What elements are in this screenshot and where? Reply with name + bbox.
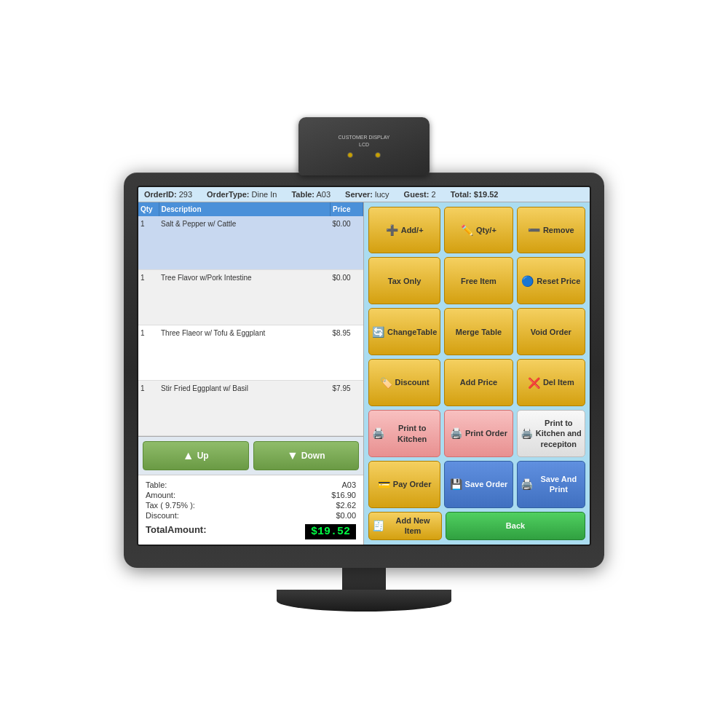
add_price-button[interactable]: Add Price <box>444 359 513 406</box>
total-header-section: Total: $19.52 <box>451 190 499 199</box>
save_and_print-button[interactable]: 🖨️Save And Print <box>517 461 585 508</box>
table-section: Table: A03 <box>291 190 331 199</box>
add_new_item-button[interactable]: 🧾Add New Item <box>368 512 442 540</box>
col-price: Price <box>331 202 363 216</box>
button-panel: ➕Add/+✏️Qty/+➖RemoveTax OnlyFree Item🔵Re… <box>364 202 590 545</box>
col-description: Description <box>159 202 331 216</box>
port-left <box>347 152 353 158</box>
server-section: Server: lucy <box>345 190 389 199</box>
order-id-section: OrderID: 293 <box>144 190 192 199</box>
monitor-bezel: OrderID: 293 OrderType: Dine In Table: A… <box>124 173 604 568</box>
void_order-button[interactable]: Void Order <box>517 308 585 355</box>
down-button[interactable]: ▼ Down <box>253 441 360 470</box>
col-qty: Qty <box>138 202 159 216</box>
monitor-stand <box>277 568 451 612</box>
reset_price-button[interactable]: 🔵Reset Price <box>517 257 585 304</box>
down-arrow-icon: ▼ <box>287 449 298 462</box>
display-ports <box>347 152 381 158</box>
summary-table-row: Table: A03 <box>146 480 356 490</box>
nav-buttons: ▲ Up ▼ Down <box>138 436 363 475</box>
print_order-icon: 🖨️ <box>450 427 462 440</box>
remove-button[interactable]: ➖Remove <box>517 207 585 254</box>
up-button[interactable]: ▲ Up <box>143 441 249 470</box>
screen-header: OrderID: 293 OrderType: Dine In Table: A… <box>138 187 590 202</box>
del_item-icon: ❌ <box>528 376 540 389</box>
discount-button[interactable]: 🏷️Discount <box>368 359 440 406</box>
up-label: Up <box>197 451 209 461</box>
save_and_print-icon: 🖨️ <box>521 478 533 491</box>
change_table-button[interactable]: 🔄ChangeTable <box>368 308 440 355</box>
customer-display-label: CUSTOMER DISPLAY <box>339 134 390 141</box>
table-row[interactable]: 1Three Flaeor w/ Tofu & Eggplant$8.95 <box>138 325 363 380</box>
qty-button[interactable]: ✏️Qty/+ <box>444 207 513 254</box>
stand-neck <box>342 568 386 590</box>
tax_only-button[interactable]: Tax Only <box>368 257 440 304</box>
merge_table-button[interactable]: Merge Table <box>444 308 513 355</box>
add-icon: ➕ <box>386 223 398 237</box>
free_item-button[interactable]: Free Item <box>444 257 513 304</box>
customer-display: CUSTOMER DISPLAY LCD <box>298 117 430 175</box>
save_order-button[interactable]: 💾Save Order <box>444 461 513 508</box>
total-amount-display: $19.52 <box>305 524 356 539</box>
del_item-button[interactable]: ❌Del Item <box>517 359 585 406</box>
summary-total-row: TotalAmount: $19.52 <box>146 523 356 540</box>
up-arrow-icon: ▲ <box>183 449 194 462</box>
add-button[interactable]: ➕Add/+ <box>368 207 440 254</box>
summary-amount-row: Amount: $16.90 <box>146 490 356 500</box>
customer-display-model: LCD <box>359 141 369 149</box>
pos-terminal: CUSTOMER DISPLAY LCD OrderID: 293 OrderT… <box>124 117 604 612</box>
table-row[interactable]: 1Stir Fried Eggplant w/ Basil$7.95 <box>138 380 363 435</box>
save_order-icon: 💾 <box>450 478 462 491</box>
order-table: Qty Description Price 1Salt & Pepper w/ … <box>138 202 363 436</box>
qty-icon: ✏️ <box>461 223 473 237</box>
bottom-row: 🧾Add New ItemBack <box>368 512 585 540</box>
screen: OrderID: 293 OrderType: Dine In Table: A… <box>137 186 591 546</box>
table-row[interactable]: 1Salt & Pepper w/ Cattle$0.00 <box>138 216 363 270</box>
remove-icon: ➖ <box>528 223 540 237</box>
down-label: Down <box>301 451 325 461</box>
print_kitchen_receipt-button[interactable]: 🖨️Print to Kitchen and recepiton <box>517 410 585 457</box>
change_table-icon: 🔄 <box>372 325 384 339</box>
screen-body: Qty Description Price 1Salt & Pepper w/ … <box>138 202 590 545</box>
print_order-button[interactable]: 🖨️Print Order <box>444 410 513 457</box>
summary-tax-row: Tax ( 9.75% ): $2.62 <box>146 500 356 510</box>
print_kitchen_receipt-icon: 🖨️ <box>521 427 533 440</box>
pay_order-icon: 💳 <box>378 478 390 491</box>
back-button[interactable]: Back <box>446 512 585 540</box>
discount-icon: 🏷️ <box>380 376 392 389</box>
summary-area: Table: A03 Amount: $16.90 Tax ( 9.75% ):… <box>138 475 363 545</box>
reset_price-icon: 🔵 <box>521 274 534 288</box>
port-right <box>375 152 381 158</box>
pay_order-button[interactable]: 💳Pay Order <box>368 461 440 508</box>
print_kitchen-icon: 🖨️ <box>372 427 384 440</box>
order-panel: Qty Description Price 1Salt & Pepper w/ … <box>138 202 364 545</box>
print_kitchen-button[interactable]: 🖨️Print to Kitchen <box>368 410 440 457</box>
stand-base <box>277 590 451 612</box>
guest-section: Guest: 2 <box>404 190 436 199</box>
table-row[interactable]: 1Tree Flavor w/Pork Intestine$0.00 <box>138 270 363 325</box>
summary-discount-row: Discount: $0.00 <box>146 510 356 521</box>
order-type-section: OrderType: Dine In <box>207 190 277 199</box>
